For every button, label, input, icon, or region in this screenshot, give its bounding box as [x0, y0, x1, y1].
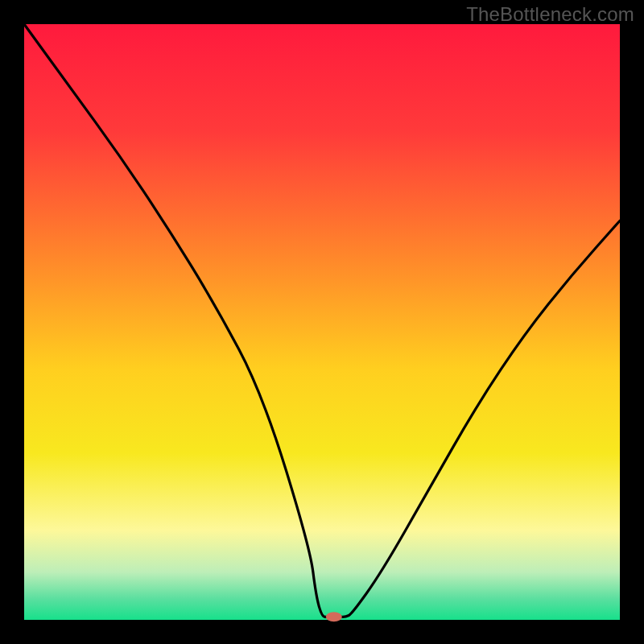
optimal-marker — [326, 612, 342, 621]
watermark-text: TheBottleneck.com — [466, 3, 634, 26]
chart-background-gradient — [24, 24, 620, 620]
chart-canvas — [0, 0, 644, 644]
bottleneck-chart: TheBottleneck.com — [0, 0, 644, 644]
